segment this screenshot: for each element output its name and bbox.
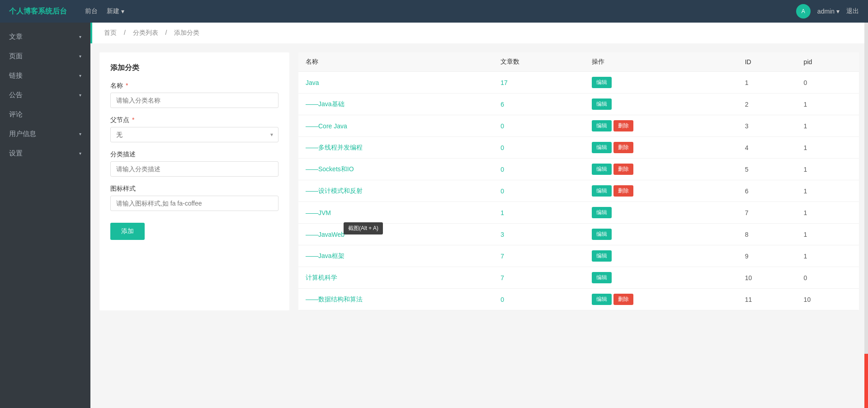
chevron-down-icon: ▾: [79, 151, 81, 156]
topnav: 个人博客系统后台 前台 新建 ▾ A admin ▾ 退出: [0, 0, 868, 23]
breadcrumb-home[interactable]: 首页: [104, 29, 117, 36]
nav-item-new[interactable]: 新建 ▾: [107, 7, 124, 15]
delete-button[interactable]: 删除: [613, 164, 633, 175]
cell-count: 0: [493, 180, 585, 202]
scroll-thumb[interactable]: [864, 354, 868, 408]
edit-button[interactable]: 编辑: [592, 98, 612, 110]
chevron-down-icon: ▾: [79, 131, 81, 136]
chevron-down-icon: ▾: [79, 54, 81, 59]
edit-button[interactable]: 编辑: [592, 250, 612, 262]
layout: 文章 ▾ 页面 ▾ 链接 ▾ 公告 ▾ 评论 用户信息 ▾ 设置 ▾ 首: [0, 23, 868, 408]
category-link[interactable]: 计算机科学: [306, 274, 337, 281]
cell-count: 17: [493, 72, 585, 94]
table-panel: 名称 文章数 操作 ID pid Java17编辑10——Java基础6编辑21…: [298, 52, 859, 310]
sidebar-item-article[interactable]: 文章 ▾: [0, 27, 90, 47]
content-area: 添加分类 名称 * 父节点 * 无 ▾: [90, 43, 868, 319]
category-link[interactable]: ——Core Java: [306, 122, 347, 130]
cell-pid: 0: [797, 72, 859, 94]
category-link[interactable]: ——数据结构和算法: [306, 295, 363, 303]
scrollbar[interactable]: [864, 23, 868, 408]
cell-count: 7: [493, 245, 585, 267]
table-row: ——数据结构和算法0编辑删除1110: [298, 289, 859, 310]
category-link[interactable]: ——多线程并发编程: [306, 144, 363, 151]
cell-action: 编辑: [585, 245, 737, 267]
cell-pid: 10: [797, 289, 859, 310]
name-input[interactable]: [110, 93, 278, 108]
edit-button[interactable]: 编辑: [592, 164, 612, 175]
category-link[interactable]: ——设计模式和反射: [306, 187, 363, 194]
sidebar-item-link[interactable]: 链接 ▾: [0, 66, 90, 85]
chevron-down-icon: ▾: [836, 8, 840, 15]
cell-name: 计算机科学: [298, 267, 493, 289]
logout-button[interactable]: 退出: [846, 7, 859, 15]
sidebar-item-userinfo[interactable]: 用户信息 ▾: [0, 124, 90, 144]
category-link[interactable]: ——Java基础: [306, 100, 344, 108]
cell-count: 0: [493, 289, 585, 310]
table-row: ——多线程并发编程0编辑删除41: [298, 137, 859, 159]
edit-button[interactable]: 编辑: [592, 120, 612, 131]
delete-button[interactable]: 删除: [613, 120, 633, 131]
parent-select[interactable]: 无: [110, 127, 278, 142]
cell-count: 6: [493, 94, 585, 115]
chevron-down-icon: ▾: [79, 73, 81, 78]
table-row: ——Sockets和IO0编辑删除51: [298, 159, 859, 180]
cell-pid: 1: [797, 94, 859, 115]
cell-action: 编辑: [585, 224, 737, 245]
category-link[interactable]: ——Sockets和IO: [306, 165, 354, 173]
edit-button[interactable]: 编辑: [592, 294, 612, 305]
category-link[interactable]: ——JVM: [306, 209, 331, 216]
cell-id: 11: [738, 289, 797, 310]
sidebar-item-notice[interactable]: 公告 ▾: [0, 85, 90, 105]
cell-name: Java: [298, 72, 493, 94]
avatar: A: [796, 4, 811, 19]
sidebar-item-comment[interactable]: 评论: [0, 105, 90, 124]
form-label-desc: 分类描述: [110, 150, 278, 159]
edit-button[interactable]: 编辑: [592, 185, 612, 197]
edit-button[interactable]: 编辑: [592, 229, 612, 240]
brand-title: 个人博客系统后台: [9, 7, 67, 16]
category-link[interactable]: Java: [306, 79, 319, 86]
breadcrumb-sep2: /: [165, 29, 167, 36]
cell-count: 3: [493, 224, 585, 245]
delete-button[interactable]: 删除: [613, 142, 633, 153]
breadcrumb-sep1: /: [124, 29, 126, 36]
sidebar-item-settings[interactable]: 设置 ▾: [0, 144, 90, 163]
delete-button[interactable]: 删除: [613, 294, 633, 305]
category-link[interactable]: ——Java框架: [306, 252, 344, 259]
cell-id: 1: [738, 72, 797, 94]
add-button[interactable]: 添加: [110, 223, 145, 240]
edit-button[interactable]: 编辑: [592, 77, 612, 88]
edit-button[interactable]: 编辑: [592, 142, 612, 153]
username-dropdown[interactable]: admin ▾: [817, 8, 840, 15]
cell-id: 8: [738, 224, 797, 245]
cell-name: ——Java基础: [298, 94, 493, 115]
form-title: 添加分类: [110, 63, 278, 73]
sidebar-item-page[interactable]: 页面 ▾: [0, 47, 90, 66]
sidebar: 文章 ▾ 页面 ▾ 链接 ▾ 公告 ▾ 评论 用户信息 ▾ 设置 ▾: [0, 23, 90, 408]
form-group-parent: 父节点 * 无 ▾: [110, 116, 278, 142]
table-row: ——Java基础6编辑21: [298, 94, 859, 115]
edit-button[interactable]: 编辑: [592, 272, 612, 283]
required-mark2: *: [132, 116, 134, 123]
cell-name: ——数据结构和算法: [298, 289, 493, 310]
edit-button[interactable]: 编辑: [592, 207, 612, 218]
icon-input[interactable]: [110, 196, 278, 211]
table-row: ——JVM1编辑71: [298, 202, 859, 224]
cell-pid: 1: [797, 202, 859, 224]
table-row: ——Java框架7编辑91: [298, 245, 859, 267]
cell-id: 6: [738, 180, 797, 202]
parent-select-wrap: 无 ▾: [110, 127, 278, 142]
nav-item-frontend[interactable]: 前台: [85, 7, 98, 15]
topnav-right: A admin ▾ 退出: [796, 4, 859, 19]
delete-button[interactable]: 删除: [613, 185, 633, 197]
required-mark: *: [126, 82, 128, 89]
chevron-down-icon: ▾: [79, 34, 81, 39]
chevron-down-icon: ▾: [79, 93, 81, 98]
breadcrumb-list[interactable]: 分类列表: [133, 29, 158, 36]
cell-id: 4: [738, 137, 797, 159]
category-link[interactable]: ——JavaWeb: [306, 231, 344, 238]
cell-action: 编辑删除: [585, 137, 737, 159]
col-header-name: 名称: [298, 52, 493, 72]
desc-input[interactable]: [110, 161, 278, 177]
table-row: Java17编辑10: [298, 72, 859, 94]
